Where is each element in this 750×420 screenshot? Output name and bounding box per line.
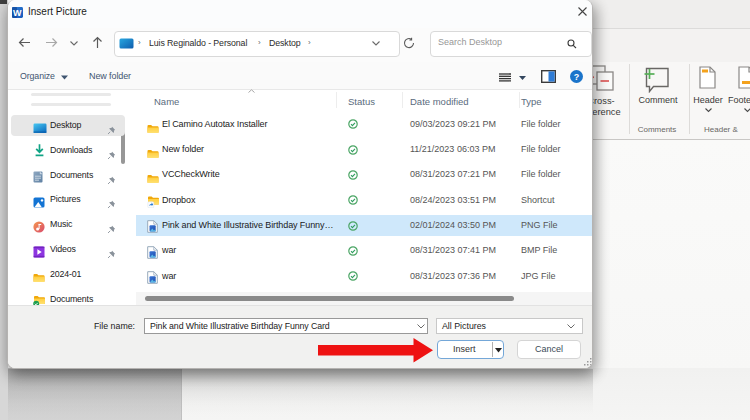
svg-text:?: ?	[574, 72, 580, 82]
svg-text:W: W	[13, 8, 22, 18]
